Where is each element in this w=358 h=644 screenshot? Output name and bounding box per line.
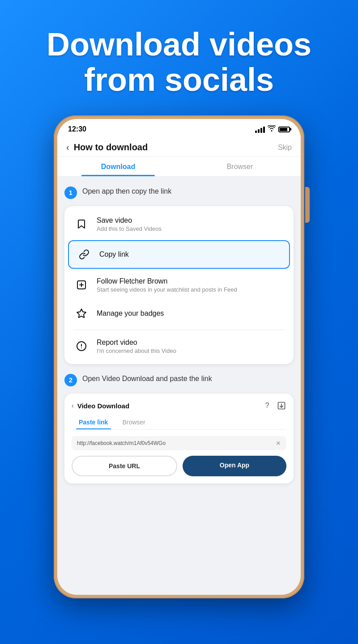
save-video-item[interactable]: Save video Add this to Saved Videos — [64, 210, 294, 238]
menu-divider — [73, 330, 285, 330]
mini-download-icon[interactable] — [277, 401, 286, 411]
url-input-value[interactable]: http://facebook.watch/m1Af0v54WGo — [77, 440, 272, 446]
follow-text: Follow Fletcher Brown Start seeing video… — [97, 277, 237, 293]
mini-nav: ‹ Video Download ? — [72, 401, 286, 411]
report-icon — [73, 338, 90, 354]
battery-icon — [278, 127, 290, 132]
mini-tab-browser[interactable]: Browser — [115, 416, 152, 429]
open-app-button[interactable]: Open App — [183, 456, 286, 476]
copy-link-icon — [76, 246, 92, 263]
mini-help-icon[interactable]: ? — [262, 401, 272, 411]
action-buttons: Paste URL Open App — [72, 456, 286, 476]
step-2-badge: 2 — [64, 374, 77, 386]
report-text: Report video I'm concerned about this Vi… — [97, 339, 176, 354]
mini-nav-left: ‹ Video Download — [72, 402, 129, 410]
status-time: 12:30 — [68, 125, 86, 133]
step-2-row: 2 Open Video Download and paste the link — [64, 373, 294, 386]
mini-app-title: Video Download — [77, 402, 129, 410]
signal-icon — [255, 126, 265, 133]
follow-item[interactable]: Follow Fletcher Brown Start seeing video… — [64, 271, 294, 299]
paste-url-button[interactable]: Paste URL — [72, 456, 177, 476]
skip-button[interactable]: Skip — [278, 144, 292, 152]
wifi-icon — [268, 125, 276, 133]
report-item[interactable]: Report video I'm concerned about this Vi… — [64, 332, 294, 360]
tab-download[interactable]: Download — [57, 157, 179, 176]
mini-back-button[interactable]: ‹ — [72, 402, 74, 409]
context-menu-card: Save video Add this to Saved Videos — [64, 206, 294, 364]
step-1-badge: 1 — [64, 186, 77, 199]
hero-title: Download videos from socials — [18, 27, 340, 97]
badges-icon — [73, 305, 90, 322]
follow-icon — [73, 277, 90, 293]
status-icons — [255, 125, 290, 133]
tabs-bar: Download Browser — [57, 157, 301, 177]
copy-link-item[interactable]: Copy link — [68, 240, 290, 269]
phone-screen: 12:30 — [57, 119, 301, 595]
mini-app-card: ‹ Video Download ? — [64, 394, 294, 483]
step-1-row: 1 Open app then copy the link — [64, 186, 294, 199]
nav-left: ‹ How to download — [66, 142, 148, 153]
back-button[interactable]: ‹ — [66, 142, 69, 153]
phone-wrapper: 12:30 — [0, 111, 358, 598]
mini-tab-paste[interactable]: Paste link — [72, 416, 115, 429]
url-clear-button[interactable]: ✕ — [276, 440, 281, 447]
screen-content: 1 Open app then copy the link — [57, 177, 301, 595]
badges-item[interactable]: Manage your badges — [64, 299, 294, 328]
mini-action-icons: ? — [262, 401, 286, 411]
nav-title: How to download — [74, 142, 148, 153]
badges-text: Manage your badges — [97, 309, 164, 318]
tab-browser[interactable]: Browser — [179, 157, 301, 176]
copy-link-text: Copy link — [99, 250, 129, 258]
mini-tabs: Paste link Browser — [72, 416, 286, 430]
status-bar: 12:30 — [57, 119, 301, 137]
nav-bar: ‹ How to download Skip — [57, 137, 301, 157]
phone-frame: 12:30 — [54, 115, 304, 598]
step-2-text: Open Video Download and paste the link — [82, 373, 212, 383]
save-video-icon — [73, 216, 90, 232]
step-1-text: Open app then copy the link — [82, 186, 171, 195]
hero-section: Download videos from socials — [0, 0, 358, 111]
save-video-text: Save video Add this to Saved Videos — [97, 216, 162, 232]
url-input-row: http://facebook.watch/m1Af0v54WGo ✕ — [72, 436, 286, 450]
